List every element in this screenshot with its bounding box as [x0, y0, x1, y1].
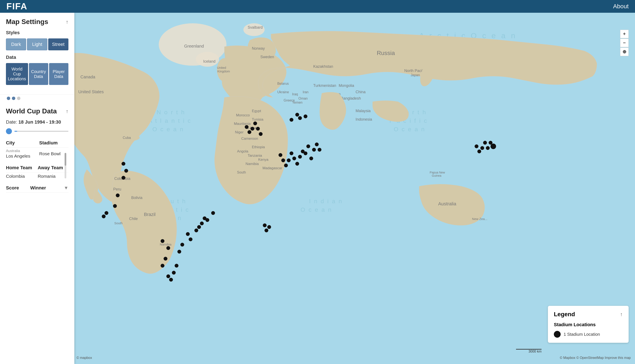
scroll-indicator[interactable]: [65, 153, 66, 178]
wcd-collapse-btn[interactable]: ↑: [66, 108, 69, 114]
svg-text:Australia: Australia: [438, 201, 456, 206]
about-link[interactable]: About: [613, 3, 629, 10]
style-street-button[interactable]: Street: [48, 38, 69, 50]
stadium-dot-56: [290, 118, 293, 122]
map-settings-collapse-btn[interactable]: ↑: [66, 19, 69, 25]
svg-text:A t l a n t i c: A t l a n t i c: [148, 118, 191, 124]
panel-dot-2: [12, 97, 15, 100]
svg-text:Tanzania: Tanzania: [248, 154, 262, 158]
zoom-out-button[interactable]: −: [620, 39, 629, 47]
svg-text:United States: United States: [78, 90, 104, 94]
stadium-dot-20: [189, 238, 193, 241]
svg-text:Iraq: Iraq: [292, 92, 298, 96]
stadium-dot-11: [166, 246, 170, 250]
stadium-dot-39: [309, 156, 313, 160]
svg-text:Svalbard: Svalbard: [248, 25, 263, 30]
svg-text:South: South: [237, 170, 246, 174]
stadium-dot-1: [265, 228, 268, 232]
stadium-dot-52: [250, 127, 254, 130]
svg-text:Sweden: Sweden: [260, 55, 274, 59]
stadium-dot-24: [211, 211, 215, 215]
svg-text:Mauritania: Mauritania: [234, 122, 251, 126]
stadium-dot-7: [113, 204, 117, 208]
home-team-header: Home Team: [6, 163, 38, 172]
scroll-down-btn[interactable]: ▼: [64, 185, 69, 191]
svg-text:Namibia: Namibia: [160, 242, 172, 246]
map-settings-section: Map Settings ↑ Styles Dark Light Street …: [0, 13, 74, 94]
panel-dots-row: [0, 94, 74, 102]
stadium-dot-38: [304, 152, 307, 155]
svg-text:Japan: Japan: [411, 73, 420, 77]
stadium-dot-26: [197, 225, 201, 229]
stadium-dot-5: [122, 176, 125, 180]
svg-text:China: China: [356, 90, 366, 94]
stadium-dot-53: [253, 122, 257, 125]
slider-fill: [15, 131, 17, 132]
match-location-row: Australia Los Angeles Rose Bowl: [6, 148, 69, 160]
map-controls: + − ⊕: [620, 30, 629, 56]
away-team-value: Romania: [38, 172, 69, 180]
svg-text:Yemen: Yemen: [292, 101, 303, 104]
reset-button[interactable]: ⊕: [620, 48, 629, 56]
legend-item: 1 Stadium Location: [554, 331, 623, 338]
stadium-dot-43: [475, 144, 478, 148]
svg-text:Kingdom: Kingdom: [217, 70, 230, 73]
date-value: 18 Jun 1994 - 19:30: [19, 119, 61, 125]
data-label: Data: [6, 54, 69, 60]
svg-text:O c e a n: O c e a n: [394, 126, 425, 132]
svg-text:Chile: Chile: [129, 216, 138, 221]
map-container[interactable]: A r c t i c O c e a n N o r t h A t l a …: [0, 13, 635, 364]
svg-text:Niger: Niger: [235, 130, 244, 134]
stadium-dot-8: [105, 211, 108, 215]
stadium-dot-9: [102, 214, 106, 218]
scale-bar: 3000 km: [516, 349, 541, 354]
world-map-svg: A r c t i c O c e a n N o r t h A t l a …: [0, 13, 635, 364]
svg-text:Peru: Peru: [113, 187, 121, 191]
stadium-dot-47: [486, 146, 490, 150]
svg-text:Guinea: Guinea: [432, 174, 441, 177]
stadium-dot-18: [177, 250, 181, 254]
stadium-dot-34: [295, 162, 299, 166]
stadium-dot-59: [304, 114, 307, 118]
style-dark-button[interactable]: Dark: [6, 38, 26, 50]
country-value: Australia: [6, 149, 39, 153]
style-light-button[interactable]: Light: [27, 38, 47, 50]
svg-text:Indonesia: Indonesia: [356, 117, 372, 122]
legend-collapse-btn[interactable]: ↑: [620, 311, 623, 317]
svg-text:Malaysia: Malaysia: [356, 109, 371, 113]
stadium-dot-22: [200, 222, 204, 225]
svg-text:Norway: Norway: [252, 46, 265, 50]
stadium-dot-19: [180, 243, 184, 246]
stadium-dot-28: [279, 153, 282, 157]
zoom-in-button[interactable]: +: [620, 30, 629, 38]
mapbox-logo: © mapbox: [77, 356, 92, 360]
teams-row: Colombia Romania: [6, 172, 69, 180]
stadium-dot-25: [203, 216, 207, 220]
slider-track[interactable]: [15, 131, 69, 132]
data-player-button[interactable]: Player Data: [49, 63, 69, 85]
stadium-dot-14: [166, 274, 170, 278]
style-buttons-group: Dark Light Street: [6, 38, 69, 50]
stadium-dot-10: [161, 239, 164, 243]
svg-text:Egypt: Egypt: [252, 109, 261, 113]
city-header: City: [6, 138, 39, 148]
stadium-dot-50: [245, 125, 249, 129]
stadium-header: Stadium: [39, 138, 69, 148]
data-country-button[interactable]: Country Data: [29, 63, 48, 85]
score-header: Score: [6, 184, 30, 192]
svg-text:Cuba: Cuba: [123, 136, 131, 140]
stadium-dot-30: [284, 164, 288, 167]
svg-text:N o r t h: N o r t h: [157, 109, 185, 116]
world-cup-data-section: World Cup Data ↑ Date: 18 Jun 1994 - 19:…: [0, 102, 74, 201]
date-slider[interactable]: [6, 128, 69, 134]
legend-title: Legend: [554, 311, 575, 318]
svg-text:Russia: Russia: [377, 50, 395, 56]
data-world-cup-button[interactable]: World Cup Locations: [6, 63, 28, 85]
stadium-dot-58: [298, 116, 302, 120]
svg-text:Tunisia: Tunisia: [252, 118, 264, 122]
slider-thumb: [6, 128, 12, 134]
stadium-dot-4: [124, 169, 128, 173]
stadium-dot-42: [318, 148, 321, 152]
svg-text:Cameroon: Cameroon: [241, 136, 258, 140]
svg-text:Namibia: Namibia: [246, 162, 259, 166]
